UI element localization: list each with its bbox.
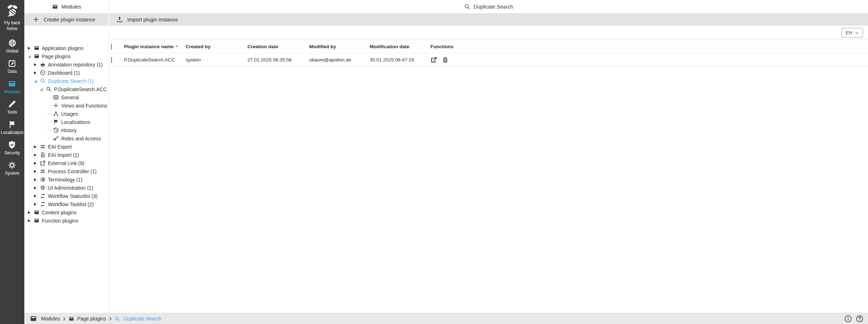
sidebar-item-localization[interactable]: Localization — [1, 120, 23, 135]
expand-arrow-icon[interactable] — [34, 178, 39, 181]
question-icon[interactable] — [855, 315, 864, 323]
search-icon — [40, 78, 46, 84]
shield-check-icon — [8, 140, 16, 149]
folder-icon — [34, 218, 40, 224]
fly-back-home-button[interactable]: Fly back home — [1, 4, 23, 31]
column-header-modification-date[interactable]: Modification date — [370, 44, 430, 49]
language-selector[interactable]: EN — [842, 28, 863, 38]
tree-item-eai-import[interactable]: EAI Import (1) — [24, 151, 109, 159]
expand-arrow-icon[interactable] — [34, 63, 39, 66]
tree-item-eai-export[interactable]: EAI Export — [24, 143, 109, 151]
expand-arrow-icon[interactable] — [34, 154, 39, 156]
sidebar-item-global[interactable]: Global — [6, 39, 19, 54]
statusbar-actions — [844, 315, 864, 323]
tree-item-duplicate-search[interactable]: Duplicate Search (1) — [24, 77, 109, 85]
column-header-name[interactable]: Plugin instance name^ — [124, 44, 186, 49]
breadcrumb-item-page-plugins[interactable]: Page plugins — [68, 316, 106, 322]
transfer-icon — [40, 168, 46, 174]
tree-item-usages[interactable]: Usages — [24, 110, 109, 118]
expand-arrow-icon[interactable] — [34, 186, 39, 189]
select-all-cell — [109, 44, 124, 49]
sidebar-item-security[interactable]: Security — [4, 140, 20, 155]
row-checkbox[interactable] — [111, 57, 112, 63]
cell-plugin-instance-name[interactable]: P.DuplicateSearch.ACC — [124, 57, 186, 63]
gauge-icon — [40, 70, 46, 76]
tree-item-dashboard[interactable]: Dashboard (1) — [24, 69, 109, 77]
list-icon — [40, 176, 46, 183]
cell-modification-date: 30.01.2025 06:47:19 — [370, 57, 430, 63]
table-row[interactable]: P.DuplicateSearch.ACC system 27.01.2025 … — [109, 53, 868, 66]
tree-item-function-plugins[interactable]: Function plugins — [24, 216, 109, 225]
calendar-pencil-icon — [8, 59, 16, 68]
select-all-checkbox[interactable] — [111, 44, 112, 50]
expand-arrow-icon[interactable] — [28, 211, 33, 214]
crown-icon — [40, 61, 46, 68]
tree-item-annotation-repository[interactable]: Annotation repository (1) — [24, 60, 109, 69]
create-plugin-instance-button[interactable]: Create plugin instance — [24, 13, 109, 26]
expand-arrow-icon[interactable] — [28, 219, 33, 222]
module-title-area: Modules — [24, 0, 109, 13]
trash-icon[interactable] — [442, 56, 449, 63]
chevron-right-icon — [61, 316, 67, 321]
tree-item-workflow-tasklist[interactable]: Workflow Tasklist (2) — [24, 200, 109, 208]
import-plugin-instance-button[interactable]: Import plugin instance — [109, 13, 868, 26]
expand-arrow-icon[interactable] — [34, 195, 39, 198]
tree-item-external-link[interactable]: External Link (9) — [24, 159, 109, 167]
tree-item-views-and-functions[interactable]: Views and Functions — [24, 101, 109, 110]
modules-box-icon — [8, 79, 16, 88]
tree-item-workflow-statuslist[interactable]: Workflow Statuslist (3) — [24, 192, 109, 200]
expand-arrow-icon[interactable] — [34, 203, 39, 206]
tree-item-roles-and-access[interactable]: Roles and Access — [24, 134, 109, 143]
expand-arrow-icon[interactable] — [34, 162, 39, 165]
tree-item-process-controller[interactable]: Process Controller (1) — [24, 167, 109, 175]
bee-icon — [5, 4, 20, 19]
flag-icon — [53, 119, 59, 125]
tree-item-page-plugins[interactable]: Page plugins — [24, 52, 109, 60]
expand-arrow-icon[interactable] — [34, 71, 39, 74]
sidebar-item-modules[interactable]: Modules — [4, 79, 20, 94]
tree-item-content-plugins[interactable]: Content plugins — [24, 208, 109, 216]
tree-item-application-plugins[interactable]: Application plugins — [24, 44, 109, 52]
expand-arrow-icon[interactable] — [28, 47, 33, 50]
collapse-arrow-icon[interactable] — [40, 88, 45, 91]
expand-arrow-icon[interactable] — [34, 145, 39, 148]
sidebar-item-tools[interactable]: Tools — [7, 100, 17, 115]
column-header-modified-by[interactable]: Modified by — [309, 44, 370, 49]
search-icon — [464, 4, 470, 10]
key-icon — [53, 135, 59, 141]
breadcrumb-item-modules[interactable]: Modules — [29, 315, 60, 323]
breadcrumb-item-duplicate-search[interactable]: Duplicate Search — [114, 316, 162, 322]
sidebar-item-system[interactable]: System — [5, 161, 19, 176]
sidebar-item-data[interactable]: Data — [8, 59, 16, 74]
chevron-down-icon — [855, 31, 859, 35]
cell-creation-date: 27.01.2025 06:35:56 — [247, 57, 309, 63]
tree-item-terminology[interactable]: Terminology (1) — [24, 175, 109, 184]
folder-icon — [52, 4, 58, 10]
plugin-instance-workspace: EN Plugin instance name^ Created by Crea… — [109, 26, 868, 313]
workflow-icon — [40, 193, 46, 199]
external-link-icon — [40, 160, 46, 166]
tree-item-p-duplicatesearch-acc[interactable]: P.DuplicateSearch.ACC — [24, 85, 109, 93]
action-toolbar: Create plugin instance Import plugin ins… — [24, 13, 868, 26]
global-search[interactable]: Duplicate Search — [109, 0, 868, 13]
tree-guide-line — [47, 138, 52, 139]
top-header: Modules Duplicate Search — [24, 0, 868, 13]
tree-item-history[interactable]: History — [24, 126, 109, 134]
tree-guide-line — [47, 130, 52, 130]
tree-item-ui-administration[interactable]: UI Administration (1) — [24, 184, 109, 192]
collapse-arrow-icon[interactable] — [28, 55, 33, 58]
collapse-arrow-icon[interactable] — [34, 80, 39, 83]
page-title: Modules — [61, 4, 81, 10]
info-icon[interactable] — [844, 315, 852, 323]
plus-icon — [33, 16, 39, 23]
folder-icon — [29, 315, 38, 323]
transfer-icon — [40, 144, 46, 150]
tree-item-general[interactable]: General — [24, 93, 109, 101]
upload-icon — [116, 16, 123, 23]
column-header-functions: Functions — [430, 44, 868, 49]
column-header-creation-date[interactable]: Creation date — [247, 44, 309, 49]
column-header-created-by[interactable]: Created by — [186, 44, 247, 49]
export-icon[interactable] — [430, 56, 437, 63]
expand-arrow-icon[interactable] — [34, 170, 39, 173]
tree-item-localizations[interactable]: Localizations — [24, 118, 109, 126]
